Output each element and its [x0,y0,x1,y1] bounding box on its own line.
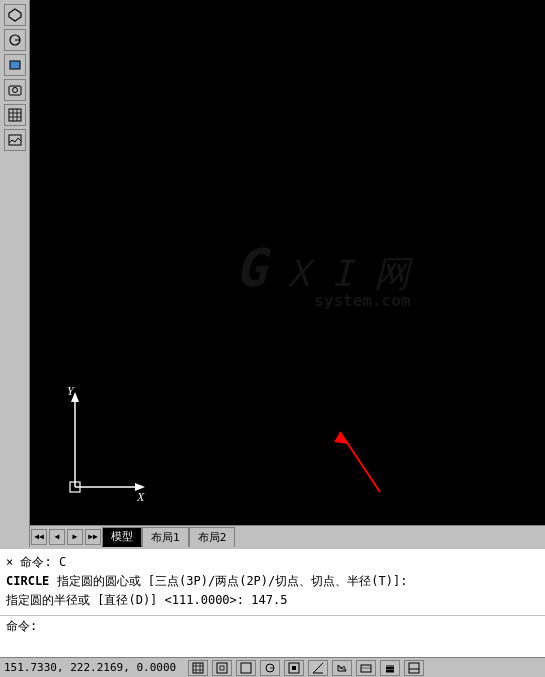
snap-status-btn[interactable] [212,660,232,676]
svg-rect-26 [217,663,227,673]
grid-tool-icon[interactable] [4,104,26,126]
grid-status-btn[interactable] [188,660,208,676]
lw-status-btn[interactable] [380,660,400,676]
svg-rect-28 [241,663,251,673]
command-prompt-icon: × [6,555,13,569]
svg-rect-21 [193,663,203,673]
command-c-label: 命令: C [20,555,66,569]
tab-nav-next[interactable]: ▶ [67,529,83,545]
command-area: × 命令: C CIRCLE 指定圆的圆心或 [三点(3P)/两点(2P)/切点… [0,547,545,657]
command-text: × 命令: C CIRCLE 指定圆的圆心或 [三点(3P)/两点(2P)/切点… [0,549,545,615]
svg-rect-43 [409,663,419,673]
left-toolbar [0,0,30,570]
command-input-line[interactable]: 命令: [0,615,545,637]
command-input-prompt: 命令: [6,618,37,635]
dyn-status-btn[interactable] [356,660,376,676]
camera-icon[interactable] [4,79,26,101]
ducs-status-btn[interactable] [332,660,352,676]
coordinates-display: 151.7330, 222.2169, 0.0000 [4,661,176,674]
osnap-status-btn[interactable] [284,660,304,676]
svg-rect-38 [361,665,371,672]
command-line3-text: 指定圆的半径或 [直径(D)] <111.0000>: 147.5 [6,593,287,607]
tab-nav-prev[interactable]: ◀ [49,529,65,545]
rectangle-icon[interactable] [4,54,26,76]
axes-display: Y X [45,387,145,507]
canvas-area[interactable]: G X I 网 system.com Y X [30,0,545,547]
red-arrow [330,422,390,502]
svg-rect-27 [220,666,224,670]
svg-marker-37 [338,665,346,671]
tab-nav-first[interactable]: ◀◀ [31,529,47,545]
circle-tool-icon[interactable] [4,29,26,51]
tab-layout1[interactable]: 布局1 [142,527,189,547]
command-line2: CIRCLE 指定圆的圆心或 [三点(3P)/两点(2P)/切点、切点、半径(T… [6,572,539,591]
polar-status-btn[interactable] [260,660,280,676]
command-line1: × 命令: C [6,553,539,572]
status-bar: 151.7330, 222.2169, 0.0000 [0,657,545,677]
svg-point-5 [12,88,17,93]
image-icon[interactable] [4,129,26,151]
command-line2-text: 指定圆的圆心或 [三点(3P)/两点(2P)/切点、切点、半径(T)]: [57,574,408,588]
svg-rect-6 [9,109,21,121]
otrack-status-btn[interactable] [308,660,328,676]
svg-rect-32 [292,666,296,670]
tab-model[interactable]: 模型 [102,527,142,547]
watermark: G X I 网 system.com [235,238,411,310]
svg-rect-11 [9,135,21,145]
svg-text:X: X [136,490,145,504]
tab-nav-last[interactable]: ▶▶ [85,529,101,545]
circle-label: CIRCLE [6,574,49,588]
ortho-status-btn[interactable] [236,660,256,676]
svg-rect-3 [10,61,20,69]
svg-marker-0 [9,9,21,21]
tab-layout2[interactable]: 布局2 [189,527,236,547]
svg-marker-20 [334,432,348,444]
command-input[interactable] [37,619,437,633]
model-status-btn[interactable] [404,660,424,676]
tab-bar: ◀◀ ◀ ▶ ▶▶ 模型 布局1 布局2 [30,525,545,547]
svg-line-33 [313,663,323,673]
polygon-icon[interactable] [4,4,26,26]
command-line3: 指定圆的半径或 [直径(D)] <111.0000>: 147.5 [6,591,539,610]
